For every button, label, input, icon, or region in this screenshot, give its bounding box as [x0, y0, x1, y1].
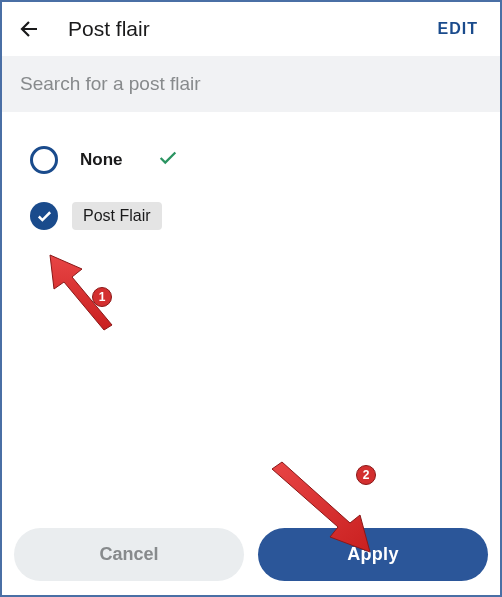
annotation-badge-1: 1 — [92, 287, 112, 307]
annotation-arrow-1 — [32, 247, 142, 341]
apply-button[interactable]: Apply — [258, 528, 488, 581]
header: Post flair EDIT — [2, 2, 500, 56]
option-none[interactable]: None — [2, 132, 500, 188]
radio-unselected-icon — [30, 146, 58, 174]
button-bar: Cancel Apply — [14, 528, 488, 581]
cancel-button[interactable]: Cancel — [14, 528, 244, 581]
edit-button[interactable]: EDIT — [430, 16, 486, 42]
search-input[interactable] — [2, 56, 500, 112]
option-label: None — [80, 150, 123, 170]
options-list: None Post Flair — [2, 112, 500, 244]
check-icon — [157, 147, 179, 173]
arrow-left-icon — [18, 17, 42, 41]
radio-selected-icon — [30, 202, 58, 230]
annotation-badge-2: 2 — [356, 465, 376, 485]
back-button[interactable] — [16, 15, 44, 43]
page-title: Post flair — [68, 17, 430, 41]
flair-pill: Post Flair — [72, 202, 162, 230]
option-post-flair[interactable]: Post Flair — [2, 188, 500, 244]
